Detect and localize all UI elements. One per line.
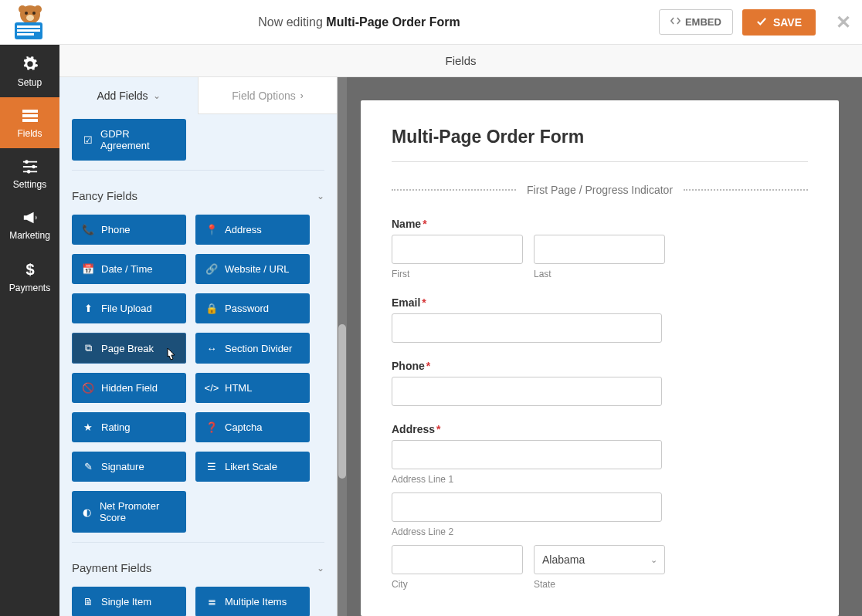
- section-fancy-fields[interactable]: Fancy Fields ⌄: [72, 170, 324, 215]
- close-button[interactable]: ✕: [825, 12, 862, 33]
- input-last-name[interactable]: [534, 235, 665, 264]
- panel-tabs: Add Fields ⌄ Field Options ›: [59, 77, 337, 114]
- rail-setup[interactable]: Setup: [0, 45, 59, 97]
- top-bar: Now editing Multi-Page Order Form EMBED …: [0, 0, 862, 45]
- sliders-icon: [22, 159, 39, 174]
- section-payment-fields[interactable]: Payment Fields ⌄: [72, 542, 324, 587]
- left-rail: Setup Fields Settings Marketing $ Paymen…: [0, 45, 59, 616]
- required-asterisk: *: [426, 360, 430, 372]
- sublabel-first: First: [392, 269, 523, 279]
- svg-text:$: $: [25, 261, 34, 278]
- rail-fields[interactable]: Fields: [0, 97, 59, 148]
- svg-rect-12: [22, 119, 38, 122]
- input-first-name[interactable]: [392, 235, 523, 264]
- sublabel-last: Last: [534, 269, 665, 279]
- field-website-url[interactable]: 🔗Website / URL: [195, 254, 310, 284]
- input-city[interactable]: [392, 545, 523, 574]
- field-captcha[interactable]: ❓Captcha: [195, 412, 310, 442]
- svg-point-3: [25, 12, 28, 15]
- embed-button[interactable]: EMBED: [659, 9, 733, 35]
- bullhorn-icon: [22, 210, 39, 225]
- chevron-down-icon: ⌄: [317, 191, 324, 201]
- label-address: Address*: [392, 423, 808, 435]
- field-gdpr-agreement[interactable]: ☑ GDPR Agreement: [72, 119, 186, 161]
- side-panel: Add Fields ⌄ Field Options › ☑ GDPR Agre…: [59, 77, 338, 616]
- select-state[interactable]: ⌄: [534, 545, 665, 574]
- field-password[interactable]: 🔒Password: [195, 293, 310, 323]
- gear-icon: [22, 56, 39, 73]
- svg-point-14: [32, 165, 36, 169]
- field-rating[interactable]: ★Rating: [72, 412, 186, 442]
- divider-icon: ↔: [206, 343, 217, 354]
- form-card: Multi-Page Order Form First Page / Progr…: [361, 100, 839, 616]
- tab-add-fields[interactable]: Add Fields ⌄: [59, 77, 198, 114]
- input-address-line2[interactable]: [392, 492, 662, 522]
- required-asterisk: *: [422, 296, 426, 309]
- scrollbar-thumb[interactable]: [338, 324, 346, 479]
- code-icon: </>: [206, 382, 217, 394]
- check-icon: [756, 16, 767, 29]
- field-likert-scale[interactable]: ☰Likert Scale: [195, 452, 310, 482]
- field-net-promoter-score[interactable]: ◐Net Promoter Score: [72, 491, 186, 533]
- input-address-line1[interactable]: [392, 440, 662, 469]
- rail-marketing[interactable]: Marketing: [0, 199, 59, 250]
- dotted-line: [684, 189, 808, 191]
- rail-payments[interactable]: $ Payments: [0, 250, 59, 303]
- field-phone[interactable]: 📞Phone: [72, 215, 186, 245]
- label-email: Email*: [392, 296, 808, 309]
- field-name[interactable]: Name* First Last: [392, 218, 808, 279]
- svg-point-5: [26, 15, 34, 21]
- list-ul-icon: ≣: [206, 596, 217, 608]
- sublabel-state: State: [534, 579, 665, 590]
- chevron-down-icon: ⌄: [153, 90, 161, 101]
- field-address[interactable]: Address* Address Line 1 Address Line 2 C…: [392, 423, 808, 590]
- field-date-time[interactable]: 📅Date / Time: [72, 254, 186, 284]
- question-icon: ❓: [206, 421, 217, 433]
- lock-icon: 🔒: [206, 303, 217, 314]
- field-multiple-items[interactable]: ≣Multiple Items: [195, 587, 310, 616]
- svg-point-4: [32, 12, 36, 15]
- form-name: Multi-Page Order Form: [326, 15, 460, 29]
- field-signature[interactable]: ✎Signature: [72, 452, 186, 482]
- phone-icon: 📞: [83, 224, 93, 235]
- tachometer-icon: ◐: [83, 506, 92, 518]
- field-email[interactable]: Email*: [392, 296, 808, 343]
- save-button[interactable]: SAVE: [742, 9, 816, 36]
- field-hidden-field[interactable]: 🚫Hidden Field: [72, 373, 186, 403]
- upload-icon: ⬆: [83, 303, 93, 314]
- field-html[interactable]: </>HTML: [195, 373, 310, 403]
- svg-rect-11: [22, 114, 38, 117]
- field-address[interactable]: 📍Address: [195, 215, 310, 245]
- input-phone[interactable]: [392, 377, 662, 406]
- list-icon: [21, 108, 39, 124]
- calendar-icon: 📅: [83, 263, 93, 275]
- input-email[interactable]: [392, 313, 662, 343]
- chevron-right-icon: ›: [300, 90, 304, 101]
- tab-field-options[interactable]: Field Options ›: [198, 77, 337, 114]
- required-asterisk: *: [423, 218, 426, 230]
- field-page-break[interactable]: ⧉Page Break: [72, 333, 186, 364]
- svg-point-2: [34, 5, 42, 13]
- page-indicator-label: First Page / Progress Indicator: [527, 184, 673, 196]
- field-section-divider[interactable]: ↔Section Divider: [195, 333, 310, 364]
- rail-settings[interactable]: Settings: [0, 148, 59, 199]
- link-icon: 🔗: [206, 263, 217, 275]
- map-marker-icon: 📍: [206, 224, 217, 235]
- dotted-line: [392, 189, 516, 191]
- svg-point-15: [26, 170, 30, 174]
- field-file-upload[interactable]: ⬆File Upload: [72, 293, 186, 323]
- svg-rect-9: [17, 33, 34, 36]
- code-icon: [670, 16, 680, 28]
- eye-slash-icon: 🚫: [83, 382, 93, 394]
- field-single-item[interactable]: 🗎Single Item: [72, 587, 186, 616]
- svg-point-13: [25, 160, 29, 164]
- sublabel-city: City: [392, 579, 523, 590]
- sublabel-address2: Address Line 2: [392, 526, 808, 537]
- field-phone[interactable]: Phone*: [392, 360, 808, 406]
- sublabel-address1: Address Line 1: [392, 474, 808, 485]
- svg-rect-8: [17, 29, 40, 32]
- input-state[interactable]: [534, 545, 665, 574]
- page-indicator-divider: First Page / Progress Indicator: [392, 184, 808, 196]
- required-asterisk: *: [436, 423, 440, 435]
- fields-header: Fields: [59, 45, 862, 77]
